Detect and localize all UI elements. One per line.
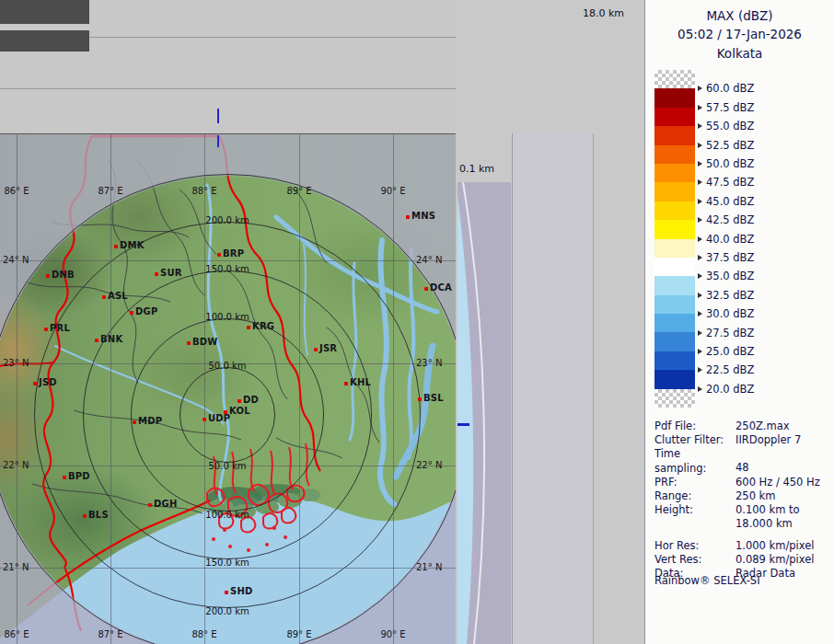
radar-position-marker [217,109,219,123]
info-value: 1.000 km/pixel [736,539,815,552]
legend-tick-label: 32.5 dBZ [698,288,754,303]
city-label: BDW [192,337,218,347]
tick-pointer-icon [698,179,702,185]
city-dot [247,326,250,329]
software-brand: Rainbow® SELEX-SI [654,574,760,587]
info-value: 0.089 km/pixel [736,553,815,566]
city-label: DGH [154,499,177,509]
radar-position-marker [217,135,219,147]
city-dot [424,287,428,291]
legend-info-row: Pdf File:250Z.max [654,420,831,433]
height-min-label: 0.1 km [459,163,494,175]
city-dot [95,339,98,342]
height-projection-top-panel [0,0,456,133]
tick-pointer-icon [698,217,702,223]
city-dot [217,253,221,257]
legend-tick-label: 40.0 dBZ [698,232,754,247]
info-label: Hor Res: [654,539,736,553]
legend-tick-label: 30.0 dBZ [698,306,754,321]
legend-info-row: Clutter Filter:IIRDoppler 7 [654,433,831,447]
legend-tick-label: 52.5 dBZ [698,138,754,153]
legend-tick-label: 35.0 dBZ [698,269,754,283]
legend-tick-label: 37.5 dBZ [698,250,754,265]
city-dot [418,397,422,401]
city-label: BRP [223,248,244,259]
tick-pointer-icon [698,273,702,279]
tick-pointer-icon [698,293,702,298]
tick-pointer-icon [698,367,702,373]
city-dot [314,348,318,351]
radar-map: 86° E86° E87° E87° E88° E88° E89° E89° E… [0,133,456,644]
city-label: KHL [350,377,371,387]
radar-height-marker [458,423,469,426]
tick-pointer-icon [698,199,702,204]
info-label: PRF: [654,476,736,489]
city-dot [344,382,348,385]
city-dot [187,341,191,345]
city-label: JSR [319,343,337,353]
tick-pointer-icon [698,330,702,336]
info-value: 600 Hz / 450 Hz [736,476,820,489]
height-scale-line [0,88,456,89]
tick-pointer-icon [698,86,702,91]
info-label: Range: [654,489,736,503]
legend-info-row: Height:0.100 km to [654,503,831,517]
city-label: MNS [411,211,435,221]
city-label: JSD [39,377,57,387]
legend-panel: MAX (dBZ) 05:02 / 17-Jan-2026 Kolkata 60… [644,0,834,644]
tick-pointer-icon [698,255,702,260]
height-projection-side-panel [458,182,511,644]
profile-echo-band [458,195,473,644]
city-label: ASL [108,291,128,301]
info-value: 48 [736,462,749,475]
info-label: Time sampling: [654,447,736,475]
legend-info-row: 18.000 km [654,517,831,531]
info-label: Height: [654,503,736,517]
city-label: UDP [208,413,230,423]
city-label: SUR [160,268,182,278]
legend-info-row: Time sampling:48 [654,447,831,475]
radar-product-window: 86° E86° E87° E87° E88° E88° E89° E89° E… [0,0,834,644]
height-scale-panel [512,133,594,644]
city-dot [102,295,106,299]
legend-tick-label: 20.0 dBZ [698,382,754,397]
tick-pointer-icon [698,105,702,110]
city-label: BSL [423,393,444,403]
city-dot [148,503,152,507]
city-label: PRL [50,323,70,333]
city-label: BPD [68,471,90,481]
info-value: IIRDoppler 7 [736,433,801,446]
legend-tick-label: 22.5 dBZ [698,362,754,377]
no-data-block [0,30,89,52]
city-dot [46,274,50,278]
legend-tick-label: 27.5 dBZ [698,326,754,340]
city-label: DGP [135,306,157,316]
city-label: BLS [88,510,109,520]
city-dot [225,591,228,594]
city-dot [44,328,48,331]
city-label: DCA [430,282,452,293]
city-label: BNK [100,334,122,344]
city-dot [63,476,66,479]
tick-pointer-icon [698,161,702,167]
city-dot [203,418,206,421]
city-dot [114,245,118,248]
legend-tick-label: 60.0 dBZ [698,81,754,96]
no-data-block [0,0,89,24]
legend-tick-label: 55.0 dBZ [698,119,754,133]
legend-tick-label: 47.5 dBZ [698,175,754,190]
tick-pointer-icon [698,143,702,148]
info-label: Pdf File: [654,420,736,433]
city-label: DNB [52,270,75,280]
legend-tick-label: 57.5 dBZ [698,100,754,115]
info-value: 18.000 km [736,517,793,530]
legend-tick-label: 25.0 dBZ [698,344,754,359]
tick-pointer-icon [698,311,702,316]
city-label: DD [243,395,259,405]
city-dot [33,382,37,385]
city-dot [133,420,136,424]
legend-info-row: Hor Res:1.000 km/pixel [654,539,831,553]
legend-info: Pdf File:250Z.maxClutter Filter:IIRDoppl… [654,420,831,581]
info-label: Clutter Filter: [654,433,736,447]
city-label: KRG [252,321,274,331]
